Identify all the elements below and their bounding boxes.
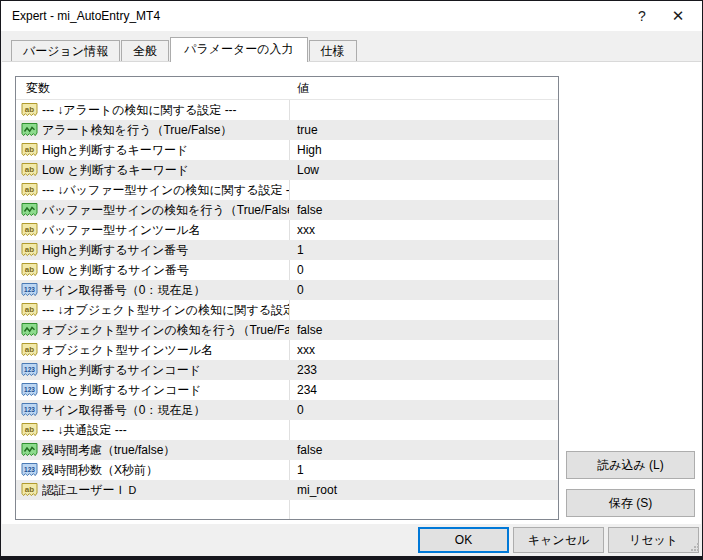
- svg-text:123: 123: [24, 406, 35, 413]
- string-type-icon: ab: [16, 483, 42, 497]
- table-row[interactable]: ab--- ↓バッファー型サインの検知に関する設定 ---: [16, 180, 558, 200]
- param-name: 残時間考慮（true/false）: [42, 441, 289, 460]
- parameter-table: 変数 値 ab--- ↓アラートの検知に関する設定 ---アラート検知を行う（T…: [15, 76, 559, 520]
- param-name: サイン取得番号（0：現在足）: [42, 281, 289, 300]
- svg-text:ab: ab: [24, 245, 33, 254]
- table-row[interactable]: ab認証ユーザーＩＤmi_root: [16, 480, 558, 500]
- table-row[interactable]: abバッファー型サインツール名xxx: [16, 220, 558, 240]
- string-type-icon: ab: [16, 343, 42, 357]
- svg-text:ab: ab: [24, 225, 33, 234]
- param-name: --- ↓共通設定 ---: [42, 421, 289, 440]
- string-type-icon: ab: [16, 223, 42, 237]
- param-value[interactable]: false: [289, 441, 558, 460]
- svg-text:ab: ab: [24, 485, 33, 494]
- param-value[interactable]: 233: [289, 361, 558, 380]
- table-row[interactable]: ab--- ↓アラートの検知に関する設定 ---: [16, 100, 558, 120]
- table-row[interactable]: ab--- ↓オブジェクト型サインの検知に関する設定 ---: [16, 300, 558, 320]
- param-value[interactable]: xxx: [289, 341, 558, 360]
- string-type-icon: ab: [16, 263, 42, 277]
- svg-text:ab: ab: [24, 305, 33, 314]
- string-type-icon: ab: [16, 183, 42, 197]
- param-name: Highと判断するサイン番号: [42, 241, 289, 260]
- string-type-icon: ab: [16, 163, 42, 177]
- bool-type-icon: [16, 123, 42, 137]
- bool-type-icon: [16, 443, 42, 457]
- param-value[interactable]: xxx: [289, 221, 558, 240]
- expert-properties-dialog: Expert - mi_AutoEntry_MT4 ? ✕ バージョン情報 全般…: [0, 0, 703, 560]
- table-header: 変数 値: [16, 77, 558, 100]
- svg-text:123: 123: [24, 366, 35, 373]
- reset-button[interactable]: リセット: [608, 527, 699, 553]
- table-row[interactable]: ab--- ↓共通設定 ---: [16, 420, 558, 440]
- param-value[interactable]: 1: [289, 241, 558, 260]
- param-value[interactable]: Low: [289, 161, 558, 180]
- param-value[interactable]: High: [289, 141, 558, 160]
- table-row[interactable]: abLow と判断するサイン番号0: [16, 260, 558, 280]
- table-row[interactable]: abHighと判断するサイン番号1: [16, 240, 558, 260]
- int-type-icon: 123: [16, 403, 42, 417]
- param-value[interactable]: 234: [289, 381, 558, 400]
- tab-specification[interactable]: 仕様: [309, 40, 357, 62]
- param-value[interactable]: mi_root: [289, 481, 558, 500]
- table-row[interactable]: 123Low と判断するサインコード234: [16, 380, 558, 400]
- svg-text:ab: ab: [24, 425, 33, 434]
- table-row[interactable]: バッファー型サインの検知を行う（True/False）false: [16, 200, 558, 220]
- int-type-icon: 123: [16, 383, 42, 397]
- string-type-icon: ab: [16, 103, 42, 117]
- table-row[interactable]: abLow と判断するキーワードLow: [16, 160, 558, 180]
- svg-text:ab: ab: [24, 265, 33, 274]
- param-value[interactable]: 0: [289, 261, 558, 280]
- table-row[interactable]: 123サイン取得番号（0：現在足）0: [16, 400, 558, 420]
- header-value: 値: [289, 77, 558, 99]
- ok-button[interactable]: OK: [418, 527, 509, 553]
- cancel-button[interactable]: キャンセル: [513, 527, 604, 553]
- param-name: Low と判断するキーワード: [42, 161, 289, 180]
- param-name: 残時間秒数（X秒前）: [42, 461, 289, 480]
- param-name: Low と判断するサイン番号: [42, 261, 289, 280]
- param-name: バッファー型サインの検知を行う（True/False）: [42, 201, 289, 220]
- save-button[interactable]: 保存 (S): [566, 489, 695, 517]
- help-icon[interactable]: ?: [626, 1, 658, 31]
- param-value[interactable]: 0: [289, 401, 558, 420]
- param-name: 認証ユーザーＩＤ: [42, 481, 289, 500]
- param-name: サイン取得番号（0：現在足）: [42, 401, 289, 420]
- param-value[interactable]: false: [289, 201, 558, 220]
- int-type-icon: 123: [16, 283, 42, 297]
- int-type-icon: 123: [16, 363, 42, 377]
- table-row[interactable]: abHighと判断するキーワードHigh: [16, 140, 558, 160]
- string-type-icon: ab: [16, 243, 42, 257]
- tab-common[interactable]: 全般: [121, 40, 169, 62]
- param-value[interactable]: 0: [289, 281, 558, 300]
- table-row[interactable]: 123サイン取得番号（0：現在足）0: [16, 280, 558, 300]
- parameters-tab-page: 変数 値 ab--- ↓アラートの検知に関する設定 ---アラート検知を行う（T…: [2, 61, 701, 524]
- close-icon[interactable]: ✕: [662, 1, 694, 31]
- param-name: --- ↓バッファー型サインの検知に関する設定 ---: [42, 181, 289, 200]
- string-type-icon: ab: [16, 143, 42, 157]
- titlebar: Expert - mi_AutoEntry_MT4 ? ✕: [1, 1, 702, 31]
- svg-text:ab: ab: [24, 105, 33, 114]
- table-row[interactable]: オブジェクト型サインの検知を行う（True/False）false: [16, 320, 558, 340]
- param-name: Low と判断するサインコード: [42, 381, 289, 400]
- header-variable: 変数: [16, 77, 289, 99]
- table-row[interactable]: abオブジェクト型サインツール名xxx: [16, 340, 558, 360]
- table-row[interactable]: アラート検知を行う（True/False）true: [16, 120, 558, 140]
- table-row[interactable]: 123残時間秒数（X秒前）1: [16, 460, 558, 480]
- int-type-icon: 123: [16, 463, 42, 477]
- svg-text:123: 123: [24, 386, 35, 393]
- string-type-icon: ab: [16, 423, 42, 437]
- bool-type-icon: [16, 323, 42, 337]
- resize-grip-icon[interactable]: [690, 541, 700, 555]
- svg-text:123: 123: [24, 466, 35, 473]
- tab-version-info[interactable]: バージョン情報: [11, 40, 120, 62]
- table-row[interactable]: 残時間考慮（true/false）false: [16, 440, 558, 460]
- param-value[interactable]: true: [289, 121, 558, 140]
- tab-strip: バージョン情報 全般 パラメーターの入力 仕様: [11, 40, 358, 62]
- tab-parameters-input[interactable]: パラメーターの入力: [170, 37, 307, 62]
- table-row[interactable]: 123Highと判断するサインコード233: [16, 360, 558, 380]
- svg-text:ab: ab: [24, 185, 33, 194]
- param-value[interactable]: 1: [289, 461, 558, 480]
- bool-type-icon: [16, 203, 42, 217]
- param-value[interactable]: false: [289, 321, 558, 340]
- load-button[interactable]: 読み込み (L): [566, 451, 695, 479]
- svg-text:ab: ab: [24, 345, 33, 354]
